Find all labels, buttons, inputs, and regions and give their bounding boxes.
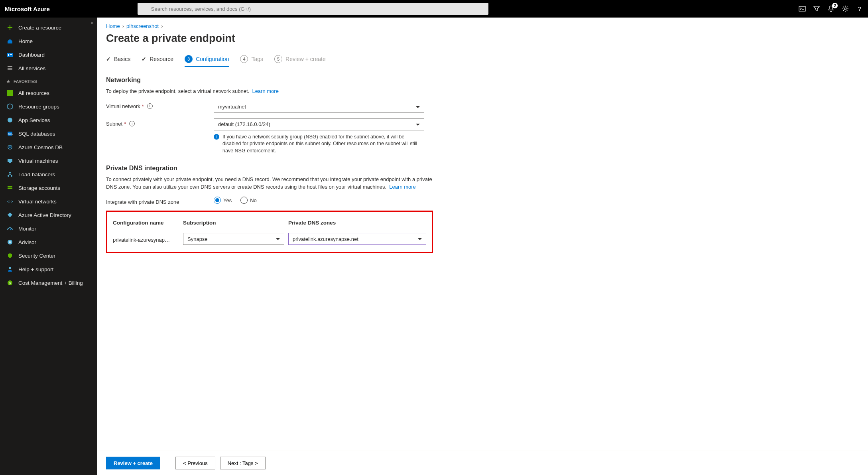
person-icon: [6, 266, 14, 273]
svg-point-39: [9, 267, 11, 269]
svg-text:SQL: SQL: [8, 133, 13, 135]
vnet-label: Virtual network*i: [106, 101, 214, 109]
tab-resource[interactable]: Resource: [142, 56, 173, 66]
cosmos-icon: [6, 144, 14, 151]
aad-icon: [6, 211, 14, 219]
sidebar-item-security[interactable]: Security Center: [0, 249, 97, 262]
sidebar-item-label: Help + support: [18, 266, 53, 272]
sidebar-item-storage[interactable]: Storage accounts: [0, 181, 97, 195]
cloud-shell-icon[interactable]: [799, 5, 806, 12]
subscription-select[interactable]: Synapse: [183, 233, 284, 245]
svg-rect-15: [9, 90, 11, 92]
svg-rect-22: [11, 94, 13, 96]
tab-review[interactable]: 5Review + create: [274, 55, 326, 67]
advisor-icon: [6, 238, 14, 246]
vnet-icon: <·>: [6, 198, 14, 205]
breadcrumb-home[interactable]: Home: [106, 23, 120, 29]
svg-point-4: [844, 8, 846, 10]
top-bar: Microsoft Azure 2 ?: [0, 0, 868, 18]
sidebar-item-monitor[interactable]: Monitor: [0, 222, 97, 235]
tab-tags[interactable]: 4Tags: [240, 55, 263, 67]
top-icons: 2 ?: [799, 5, 863, 12]
main-content: Home › plhscreenshot › Create a private …: [97, 18, 868, 475]
sidebar-item-lb[interactable]: Load balancers: [0, 168, 97, 181]
sidebar-item-label: All resources: [18, 90, 49, 96]
svg-rect-9: [8, 54, 9, 56]
sidebar-item-advisor[interactable]: Advisor: [0, 235, 97, 249]
section-desc: To connect privately with your private e…: [106, 176, 433, 191]
subnet-select[interactable]: default (172.16.0.0/24): [214, 118, 424, 130]
sidebar-item-vm[interactable]: Virtual machines: [0, 154, 97, 168]
sidebar-item-label: Dashboard: [18, 52, 45, 58]
notifications-icon[interactable]: 2: [827, 5, 835, 12]
svg-point-23: [8, 118, 12, 122]
sidebar-item-cost[interactable]: $Cost Management + Billing: [0, 276, 97, 290]
radio-no[interactable]: No: [240, 197, 257, 204]
breadcrumb-item[interactable]: plhscreenshot: [126, 23, 159, 29]
sidebar-item-label: Create a resource: [18, 25, 61, 31]
info-icon[interactable]: i: [129, 121, 135, 126]
radio-yes[interactable]: Yes: [214, 197, 232, 204]
section-title: Private DNS integration: [106, 165, 859, 172]
table-row: privatelink-azuresynap… Synapse privatel…: [113, 233, 426, 245]
breadcrumb: Home › plhscreenshot ›: [106, 23, 859, 29]
sidebar-item-label: Home: [18, 38, 33, 44]
help-icon[interactable]: ?: [856, 5, 863, 12]
svg-line-36: [10, 229, 11, 230]
integrate-label: Integrate with private DNS zone: [106, 197, 214, 205]
tab-configuration[interactable]: 3Configuration: [185, 55, 229, 67]
svg-rect-18: [9, 92, 11, 94]
notification-badge: 2: [832, 3, 838, 8]
chevron-right-icon: ›: [161, 23, 163, 29]
subnet-hint: i If you have a network security group (…: [214, 134, 424, 155]
search-input[interactable]: [138, 3, 488, 15]
vnet-select[interactable]: myvirtualnet: [214, 101, 424, 113]
collapse-sidebar-icon[interactable]: «: [91, 20, 93, 26]
directory-filter-icon[interactable]: [813, 5, 820, 12]
svg-rect-2: [799, 6, 805, 11]
svg-text:<·>: <·>: [7, 199, 13, 204]
storage-icon: [6, 184, 14, 191]
plus-icon: [6, 24, 14, 31]
svg-rect-10: [10, 54, 12, 55]
sidebar-item-label: Load balancers: [18, 171, 55, 177]
integrate-radio-group: Yes No: [214, 197, 424, 204]
col-config-name: Configuration name: [113, 220, 183, 226]
previous-button[interactable]: < Previous: [175, 457, 215, 469]
sidebar-item-aad[interactable]: Azure Active Directory: [0, 208, 97, 222]
monitor-icon: [6, 157, 14, 164]
svg-point-27: [9, 146, 11, 148]
dns-zone-select[interactable]: privatelink.azuresynapse.net: [288, 233, 426, 245]
info-icon[interactable]: i: [147, 103, 153, 109]
chevron-right-icon: ›: [122, 23, 124, 29]
settings-icon[interactable]: [842, 5, 849, 12]
sidebar-item-help[interactable]: Help + support: [0, 262, 97, 276]
sidebar-item-sql[interactable]: SQLSQL databases: [0, 127, 97, 140]
sidebar-create-resource[interactable]: Create a resource: [0, 21, 97, 34]
sidebar-item-vnet[interactable]: <·>Virtual networks: [0, 195, 97, 208]
review-create-button[interactable]: Review + create: [106, 457, 160, 469]
sidebar-item-all-resources[interactable]: All resources: [0, 86, 97, 100]
star-icon: ★: [6, 79, 10, 84]
svg-rect-16: [11, 90, 13, 92]
svg-rect-21: [9, 94, 11, 96]
sidebar-all-services[interactable]: All services: [0, 61, 97, 75]
next-button[interactable]: Next : Tags >: [220, 457, 266, 469]
sidebar-item-app-services[interactable]: App Services: [0, 113, 97, 127]
table-header: Configuration name Subscription Private …: [113, 216, 426, 233]
sql-icon: SQL: [6, 130, 14, 137]
sidebar-item-label: Virtual networks: [18, 199, 57, 205]
svg-point-30: [9, 172, 11, 173]
favorites-label: ★ FAVORITES: [0, 75, 97, 86]
sidebar-item-label: Azure Active Directory: [18, 212, 71, 218]
tab-basics[interactable]: Basics: [106, 56, 130, 66]
sidebar-dashboard[interactable]: Dashboard: [0, 48, 97, 61]
sidebar-item-resource-groups[interactable]: Resource groups: [0, 100, 97, 113]
learn-more-link[interactable]: Learn more: [252, 88, 278, 94]
sidebar-item-label: Advisor: [18, 239, 36, 245]
cube-icon: [6, 103, 14, 110]
sidebar-home[interactable]: Home: [0, 34, 97, 48]
sidebar-item-cosmos[interactable]: Azure Cosmos DB: [0, 140, 97, 154]
networking-section: Networking To deploy the private endpoin…: [106, 77, 859, 154]
learn-more-link[interactable]: Learn more: [389, 184, 415, 190]
